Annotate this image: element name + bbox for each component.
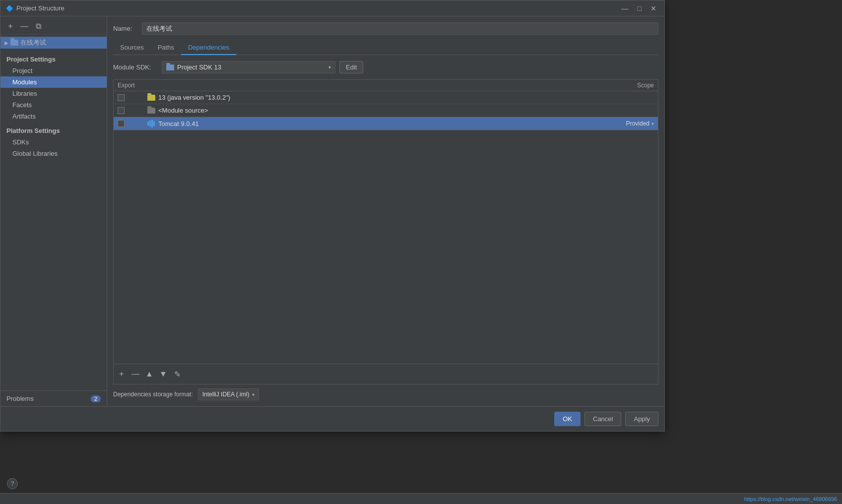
remove-dep-button[interactable]: — — [130, 368, 141, 380]
sidebar-item-project[interactable]: Project — [0, 65, 107, 76]
dep-checkbox-java13 — [118, 94, 147, 101]
dep-table-body: 13 (java version "13.0.2") <Module sourc… — [114, 91, 658, 364]
dep-row-module-source[interactable]: <Module source> — [114, 104, 658, 117]
tabs: Sources Paths Dependencies — [113, 41, 658, 55]
storage-select[interactable]: IntelliJ IDEA (.iml) ▾ — [198, 388, 259, 400]
left-toolbar: + — ⧉ — [0, 18, 107, 35]
storage-value: IntelliJ IDEA (.iml) — [202, 391, 250, 398]
dep-icon-name-module-source: <Module source> — [147, 107, 604, 114]
title-bar: 🔷 Project Structure — □ ✕ — [0, 0, 664, 16]
help-button[interactable]: ? — [7, 478, 18, 489]
minimize-button[interactable]: — — [619, 3, 632, 13]
dep-table-header: Export Scope — [114, 80, 658, 91]
sdk-dropdown-arrow-icon: ▾ — [328, 64, 331, 70]
sidebar-item-label-artifacts: Artifacts — [12, 113, 36, 120]
sidebar-item-global-libraries[interactable]: Global Libraries — [0, 148, 107, 159]
dep-scope-tomcat[interactable]: Provided ▾ — [604, 120, 654, 127]
remove-module-button[interactable]: — — [18, 20, 30, 32]
sidebar-item-artifacts[interactable]: Artifacts — [0, 111, 107, 122]
platform-settings-label: Platform Settings — [0, 122, 107, 136]
problems-row: Problems 2 — [0, 390, 107, 406]
status-url: https://blog.csdn.net/weixin_46906696 — [744, 496, 837, 502]
move-down-button[interactable]: ▼ — [157, 368, 169, 380]
module-tree: ▶ 在线考试 — [0, 35, 107, 51]
dialog-title: Project Structure — [16, 4, 65, 12]
dialog-body: + — ⧉ ▶ 在线考试 Project Settings Project Mo… — [0, 16, 664, 406]
add-module-button[interactable]: + — [4, 20, 16, 32]
scope-dropdown-arrow-icon: ▾ — [651, 121, 654, 126]
storage-row: Dependencies storage format: IntelliJ ID… — [113, 388, 658, 400]
title-bar-left: 🔷 Project Structure — [5, 4, 65, 12]
dep-checkbox-tomcat — [118, 120, 147, 127]
maximize-button[interactable]: □ — [635, 3, 645, 13]
java-folder-icon — [147, 95, 155, 101]
sidebar-item-label-facets: Facets — [12, 101, 32, 109]
close-button[interactable]: ✕ — [648, 3, 659, 13]
right-panel: Name: Sources Paths Dependencies Module … — [107, 16, 664, 406]
move-up-button[interactable]: ▲ — [143, 368, 155, 380]
add-dep-button[interactable]: + — [116, 368, 128, 380]
ok-button[interactable]: OK — [554, 412, 581, 426]
dep-row-java13[interactable]: 13 (java version "13.0.2") — [114, 91, 658, 104]
tab-paths[interactable]: Paths — [151, 41, 181, 55]
name-input[interactable] — [142, 22, 658, 35]
dep-name-tomcat: Tomcat 9.0.41 — [158, 120, 199, 127]
dep-checkbox-module-source — [118, 107, 147, 114]
sdk-select[interactable]: Project SDK 13 ▾ — [162, 61, 335, 73]
tomcat-bar-1 — [147, 122, 149, 126]
checkbox-tomcat[interactable] — [118, 120, 125, 127]
name-label: Name: — [113, 25, 138, 32]
edit-sdk-button[interactable]: Edit — [339, 61, 363, 73]
scope-value-tomcat: Provided — [626, 120, 649, 127]
tomcat-bar-4 — [153, 121, 155, 126]
checkbox-java13[interactable] — [118, 94, 125, 101]
tab-dependencies[interactable]: Dependencies — [181, 41, 236, 55]
dep-name-module-source: <Module source> — [158, 107, 208, 114]
dep-icon-name-tomcat: Tomcat 9.0.41 — [147, 120, 604, 127]
storage-label: Dependencies storage format: — [113, 391, 193, 398]
dep-row-tomcat[interactable]: Tomcat 9.0.41 Provided ▾ — [114, 117, 658, 130]
sdk-value: Project SDK 13 — [177, 63, 221, 71]
sidebar-item-libraries[interactable]: Libraries — [0, 88, 107, 99]
dialog-footer: OK Cancel Apply — [0, 406, 664, 431]
project-structure-dialog: 🔷 Project Structure — □ ✕ + — ⧉ ▶ 在线考试 — [0, 0, 665, 432]
sidebar-item-sdks[interactable]: SDKs — [0, 136, 107, 148]
sidebar-item-label-modules: Modules — [12, 78, 37, 86]
edit-dep-button[interactable]: ✎ — [171, 368, 183, 380]
checkbox-module-source[interactable] — [118, 107, 125, 114]
gray-folder-icon — [147, 108, 155, 114]
problems-badge: 2 — [91, 395, 101, 402]
export-column-header: Export — [118, 82, 147, 89]
module-tree-item-label: 在线考试 — [20, 38, 46, 47]
sidebar-item-label-project: Project — [12, 67, 32, 74]
name-row: Name: — [113, 22, 658, 35]
sdk-folder-icon — [166, 64, 174, 70]
scope-column-header: Scope — [604, 82, 654, 89]
copy-module-button[interactable]: ⧉ — [32, 20, 44, 32]
module-folder-icon — [10, 40, 18, 46]
apply-button[interactable]: Apply — [625, 412, 658, 426]
tomcat-icon — [147, 120, 155, 127]
tab-sources[interactable]: Sources — [113, 41, 151, 55]
problems-label: Problems — [6, 395, 34, 402]
dep-name-java13: 13 (java version "13.0.2") — [158, 94, 230, 101]
module-tree-item[interactable]: ▶ 在线考试 — [0, 37, 107, 49]
sidebar-item-label-global-libraries: Global Libraries — [12, 150, 58, 157]
sidebar-item-label-libraries: Libraries — [12, 90, 37, 97]
left-panel: + — ⧉ ▶ 在线考试 Project Settings Project Mo… — [0, 16, 107, 406]
tree-arrow-icon: ▶ — [4, 40, 8, 46]
project-settings-label: Project Settings — [0, 51, 107, 65]
sidebar-item-facets[interactable]: Facets — [0, 99, 107, 111]
sdk-select-inner: Project SDK 13 — [166, 63, 221, 71]
storage-dropdown-arrow-icon: ▾ — [252, 392, 255, 397]
dep-icon-name-java13: 13 (java version "13.0.2") — [147, 94, 604, 101]
dependencies-table: Export Scope 13 (java version "13.0.2") — [113, 79, 658, 384]
sidebar-item-label-sdks: SDKs — [12, 138, 29, 146]
status-bar: https://blog.csdn.net/weixin_46906696 — [0, 493, 842, 504]
sidebar-item-modules[interactable]: Modules — [0, 76, 107, 88]
sdk-label: Module SDK: — [113, 63, 158, 71]
title-bar-controls: — □ ✕ — [619, 3, 659, 13]
cancel-button[interactable]: Cancel — [584, 412, 621, 426]
dialog-icon: 🔷 — [5, 4, 13, 12]
dep-toolbar: + — ▲ ▼ ✎ — [114, 364, 658, 384]
